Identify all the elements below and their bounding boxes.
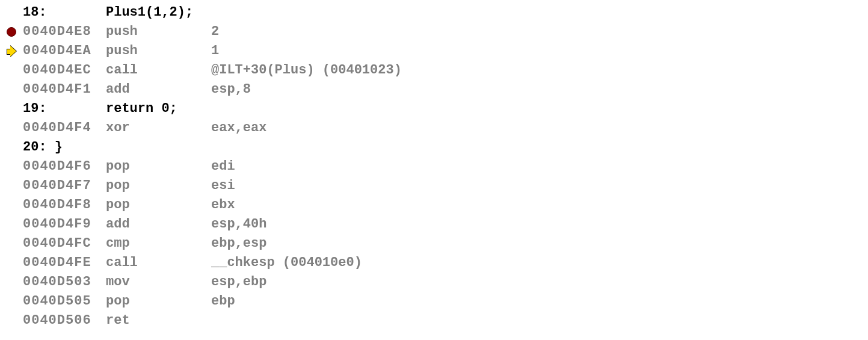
disassembly-row[interactable]: 0040D4FEcall__chkesp (004010e0) — [0, 253, 868, 273]
instruction-mnemonic: add — [106, 81, 211, 99]
instruction-mnemonic: ret — [106, 312, 211, 330]
disassembly-view[interactable]: 18:Plus1(1,2);0040D4E8push20040D4EApush1… — [0, 3, 868, 330]
source-line-row[interactable]: 18:Plus1(1,2); — [0, 3, 868, 22]
instruction-operand: edi — [211, 158, 868, 176]
instruction-address: 0040D4F8 — [23, 196, 106, 215]
instruction-operand: 2 — [211, 23, 868, 42]
instruction-address: 0040D4F7 — [23, 177, 106, 196]
source-code-text: return 0; — [106, 100, 868, 119]
instruction-mnemonic: pop — [106, 158, 211, 176]
source-line-number: 20: } — [23, 138, 106, 157]
instruction-mnemonic: call — [106, 254, 211, 273]
instruction-address: 0040D4EA — [23, 42, 106, 61]
instruction-operand: esi — [211, 177, 868, 196]
disassembly-row[interactable]: 0040D4F7popesi — [0, 176, 868, 196]
instruction-address: 0040D503 — [23, 273, 106, 292]
instruction-address: 0040D4F9 — [23, 215, 106, 234]
instruction-address: 0040D4FC — [23, 235, 106, 253]
disassembly-row[interactable]: 0040D503movesp,ebp — [0, 273, 868, 292]
instruction-address: 0040D4F1 — [23, 81, 106, 99]
instruction-operand: esp,40h — [211, 215, 868, 234]
disassembly-row[interactable]: 0040D4F1addesp,8 — [0, 80, 868, 99]
disassembly-row[interactable]: 0040D4FCcmpebp,esp — [0, 234, 868, 253]
disassembly-row[interactable]: 0040D4F4xoreax,eax — [0, 119, 868, 138]
instruction-address: 0040D505 — [23, 292, 106, 311]
source-line-row[interactable]: 19:return 0; — [0, 99, 868, 119]
instruction-address: 0040D506 — [23, 312, 106, 330]
disassembly-row[interactable]: 0040D505popebp — [0, 292, 868, 311]
disassembly-row[interactable]: 0040D4ECcall@ILT+30(Plus) (00401023) — [0, 61, 868, 80]
instruction-operand: esp,8 — [211, 81, 868, 99]
instruction-operand: eax,eax — [211, 119, 868, 138]
disassembly-row[interactable]: 0040D4F8popebx — [0, 196, 868, 215]
disassembly-row[interactable]: 0040D4F9addesp,40h — [0, 215, 868, 234]
instruction-address: 0040D4FE — [23, 254, 106, 273]
disassembly-row[interactable]: 0040D506ret — [0, 311, 868, 330]
instruction-operand: ebx — [211, 196, 868, 215]
instruction-mnemonic: pop — [106, 177, 211, 196]
instruction-operand: __chkesp (004010e0) — [211, 254, 868, 273]
disassembly-row[interactable]: 0040D4F6popedi — [0, 157, 868, 176]
source-line-number: 19: — [23, 100, 106, 119]
instruction-mnemonic: xor — [106, 119, 211, 138]
instruction-mnemonic: call — [106, 61, 211, 80]
instruction-mnemonic: add — [106, 215, 211, 234]
instruction-operand: @ILT+30(Plus) (00401023) — [211, 61, 868, 80]
source-line-row[interactable]: 20: } — [0, 138, 868, 157]
instruction-address: 0040D4EC — [23, 61, 106, 80]
instruction-mnemonic: cmp — [106, 235, 211, 253]
disassembly-row[interactable]: 0040D4EApush1 — [0, 42, 868, 61]
instruction-address: 0040D4E8 — [23, 23, 106, 42]
instruction-mnemonic: pop — [106, 292, 211, 311]
source-line-number: 18: — [23, 4, 106, 22]
instruction-address: 0040D4F4 — [23, 119, 106, 138]
instruction-mnemonic: pop — [106, 196, 211, 215]
instruction-mnemonic: mov — [106, 273, 211, 292]
breakpoint-icon[interactable] — [7, 27, 16, 37]
instruction-operand: ebp,esp — [211, 235, 868, 253]
disassembly-row[interactable]: 0040D4E8push2 — [0, 22, 868, 42]
instruction-operand: 1 — [211, 42, 868, 61]
gutter[interactable] — [0, 27, 23, 37]
instruction-mnemonic: push — [106, 42, 211, 61]
instruction-mnemonic: push — [106, 23, 211, 42]
source-code-text: Plus1(1,2); — [106, 4, 868, 22]
instruction-operand: ebp — [211, 292, 868, 311]
instruction-address: 0040D4F6 — [23, 158, 106, 176]
instruction-operand: esp,ebp — [211, 273, 868, 292]
